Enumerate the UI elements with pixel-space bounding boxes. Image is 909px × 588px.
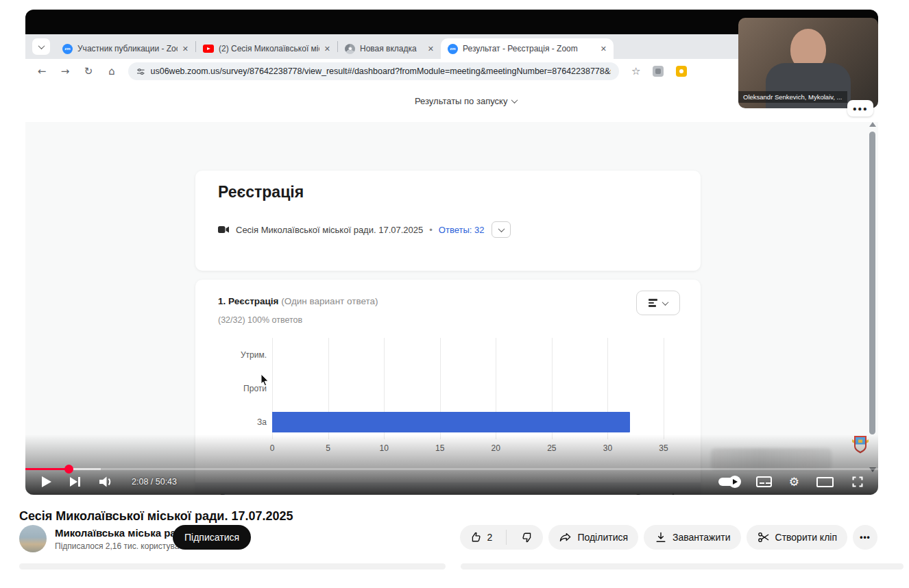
tab-search-button[interactable] xyxy=(32,38,50,55)
results-dropdown[interactable]: Результаты по запуску xyxy=(415,96,517,106)
download-button[interactable]: Завантажити xyxy=(644,525,741,550)
player-controls: 2:08 / 50:43 ⚙ xyxy=(25,471,878,492)
chrome-icon xyxy=(345,44,355,54)
chevron-down-icon xyxy=(511,97,518,103)
youtube-icon xyxy=(203,45,214,53)
share-icon xyxy=(559,530,572,544)
chart-bar xyxy=(272,412,630,432)
next-button[interactable] xyxy=(70,477,80,487)
tab-title: Участник публикации - Zoom xyxy=(77,44,178,53)
zoom-icon: zm xyxy=(62,44,73,54)
subscribe-button[interactable]: Підписатися xyxy=(173,525,251,550)
tab-close-icon[interactable]: ✕ xyxy=(324,45,330,53)
theater-mode-icon[interactable] xyxy=(816,477,834,487)
bar-chart-icon xyxy=(649,299,657,307)
scrollbar-up-arrow[interactable] xyxy=(869,122,876,127)
forward-icon[interactable]: → xyxy=(58,65,72,77)
results-dropdown-label: Результаты по запуску xyxy=(415,96,507,106)
like-dislike-pill: 2 xyxy=(460,525,544,550)
scissors-icon xyxy=(757,530,771,544)
thumb-up-icon xyxy=(469,530,483,544)
extension-icon-yellow[interactable] xyxy=(676,66,687,77)
download-icon xyxy=(654,530,668,544)
answers-expand-button[interactable] xyxy=(492,221,511,238)
video-camera-icon xyxy=(218,225,230,234)
related-box-top[interactable] xyxy=(461,563,904,569)
channel-subscribers: Підписалося 2,16 тис. користувачів xyxy=(55,541,189,551)
browser-tab[interactable]: (2) Сесія Миколаївської міськ✕ xyxy=(196,38,337,59)
create-clip-button[interactable]: Створити кліп xyxy=(747,525,847,550)
survey-summary-card: Реєстрація Сесія Миколаївської міської р… xyxy=(195,171,701,271)
browser-tab[interactable]: Новая вкладка✕ xyxy=(338,38,441,59)
address-bar[interactable]: us06web.zoom.us/survey/87642238778/view_… xyxy=(128,62,619,80)
dislike-button[interactable] xyxy=(511,525,543,550)
description-box-top[interactable] xyxy=(19,563,446,569)
zoom-icon: zm xyxy=(448,44,458,54)
browser-tab-active[interactable]: zmРезультат - Реєстрація - Zoom✕ xyxy=(441,38,614,59)
chevron-down-icon xyxy=(662,299,669,306)
site-settings-icon xyxy=(136,67,145,76)
video-title: Сесія Миколаївської міської ради. 17.07.… xyxy=(19,509,293,524)
settings-gear-icon[interactable]: ⚙ xyxy=(789,475,799,489)
volume-icon[interactable] xyxy=(99,476,113,488)
pill-divider xyxy=(506,530,507,545)
thumb-down-icon xyxy=(520,530,534,544)
browser-tab[interactable]: zmУчастник публикации - Zoom✕ xyxy=(56,38,195,59)
y-category-label: За xyxy=(221,417,267,427)
extension-icon[interactable] xyxy=(653,66,664,77)
tab-close-icon[interactable]: ✕ xyxy=(428,45,434,53)
more-actions-button[interactable]: ••• xyxy=(853,525,877,550)
like-count: 2 xyxy=(487,532,493,543)
chevron-down-icon xyxy=(38,42,45,49)
speaker-name-label: Oleksandr Senkevich, Mykolaiv, ... xyxy=(738,91,847,103)
tab-close-icon[interactable]: ✕ xyxy=(601,45,607,53)
question-type-hint: (Один вариант ответа) xyxy=(281,296,378,306)
tab-title: Новая вкладка xyxy=(360,44,423,53)
chevron-down-icon xyxy=(498,225,505,232)
video-player[interactable]: zmУчастник публикации - Zoom✕(2) Сесія М… xyxy=(25,10,878,495)
autoplay-toggle[interactable] xyxy=(718,478,739,486)
progress-played xyxy=(25,468,69,470)
chart-gridline xyxy=(664,338,664,439)
subtitles-icon[interactable] xyxy=(756,476,772,487)
survey-meta-row: Сесія Миколаївської міської ради. 17.07.… xyxy=(218,221,511,238)
fullscreen-icon[interactable] xyxy=(851,475,864,489)
home-icon[interactable]: ⌂ xyxy=(105,65,119,77)
webcam-overlay: Oleksandr Senkevich, Mykolaiv, ... xyxy=(738,18,878,108)
chart-type-button[interactable] xyxy=(636,291,680,315)
survey-title: Реєстрація xyxy=(218,183,304,201)
y-category-label: Утрим. xyxy=(221,350,267,360)
dot-separator: • xyxy=(429,225,433,235)
answers-link[interactable]: Ответы: 32 xyxy=(439,225,485,235)
share-button[interactable]: Поділитися xyxy=(548,525,638,550)
question-completion: (32/32) 100% ответов xyxy=(218,315,302,325)
zoom-more-button[interactable]: ●●● xyxy=(847,100,873,117)
time-display: 2:08 / 50:43 xyxy=(132,477,177,487)
tab-title: (2) Сесія Миколаївської міськ xyxy=(219,44,319,53)
youtube-watch-page: zmУчастник публикации - Zoom✕(2) Сесія М… xyxy=(0,0,909,588)
back-icon[interactable]: ← xyxy=(35,65,49,77)
tab-close-icon[interactable]: ✕ xyxy=(182,45,189,53)
tab-title: Результат - Реєстрація - Zoom xyxy=(463,44,596,53)
mouse-cursor xyxy=(260,373,269,387)
progress-bar[interactable] xyxy=(25,468,878,470)
channel-avatar[interactable] xyxy=(19,525,47,552)
bar-chart xyxy=(272,338,664,439)
video-actions: 2 Поділитися Завантажити Створити кліп •… xyxy=(460,525,877,550)
scrollbar-thumb[interactable] xyxy=(869,132,875,434)
reload-icon[interactable]: ↻ xyxy=(82,65,95,77)
question-title: 1. Реєстрація xyxy=(218,296,278,306)
question-row: 1. Реєстрація (Один вариант ответа) xyxy=(218,296,378,306)
play-button[interactable] xyxy=(42,476,51,487)
meeting-source-label: Сесія Миколаївської міської ради. 17.07.… xyxy=(236,225,423,235)
bookmark-star-icon[interactable]: ☆ xyxy=(631,65,640,77)
channel-name[interactable]: Миколаївська міська рада xyxy=(55,527,189,539)
zoom-survey-page: Результаты по запуску Реєстрація Сесія М… xyxy=(25,84,878,495)
like-button[interactable]: 2 xyxy=(460,525,502,550)
url-text: us06web.zoom.us/survey/87642238778/view_… xyxy=(151,66,611,76)
